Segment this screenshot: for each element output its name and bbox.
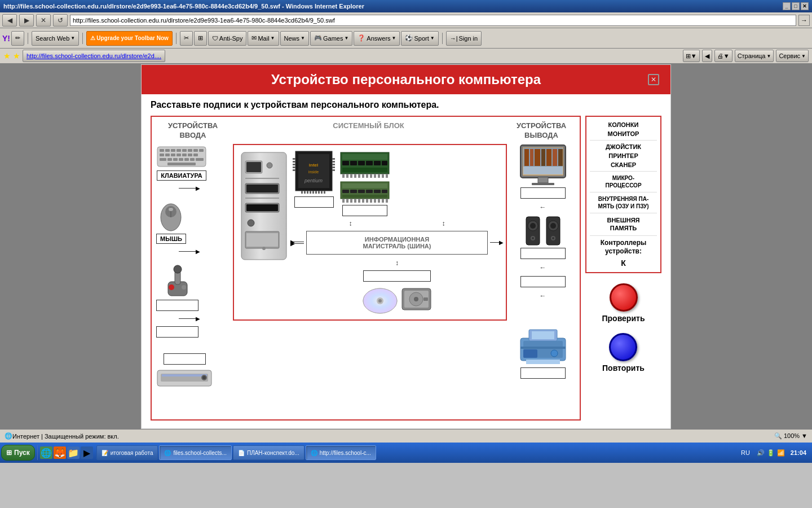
ie-icon[interactable]: 🌐	[40, 446, 52, 459]
input-empty-label-1[interactable]	[156, 326, 198, 338]
upgrade-button[interactable]: ⚠ Upgrade your Toolbar Now	[86, 31, 173, 46]
svg-rect-135	[546, 149, 551, 166]
print-btn[interactable]: 🖨▼	[714, 50, 732, 62]
mail-button[interactable]: ✉ Mail ▼	[248, 31, 279, 46]
scanner-empty-label[interactable]	[164, 353, 206, 365]
search-web-button[interactable]: Search Web ▼	[32, 31, 79, 46]
output-empty-label-1[interactable]	[520, 276, 566, 287]
ram-empty-label[interactable]	[342, 205, 387, 216]
sport-label: Sport	[414, 35, 429, 42]
taskbar-item-3[interactable]: 📄 ПЛАН-конспект.do...	[233, 445, 304, 460]
svg-rect-59	[293, 164, 295, 165]
sign-in-button[interactable]: →| Sign in	[446, 31, 482, 46]
flash-close-button[interactable]: ✕	[648, 74, 659, 85]
svg-rect-89	[358, 174, 360, 178]
svg-rect-80	[358, 161, 365, 165]
svg-rect-102	[366, 190, 373, 193]
svg-rect-139	[538, 177, 548, 183]
address-input[interactable]	[70, 15, 796, 26]
right-arrows: ▶	[490, 242, 501, 243]
mouse-image	[158, 202, 184, 233]
monitor-device	[518, 144, 568, 199]
taskbar-item-1[interactable]: 📝 итоговая работа	[96, 445, 158, 460]
search-web-label: Search Web	[36, 35, 69, 42]
taskbar-item-4[interactable]: 🌐 http://files.school-c...	[306, 445, 376, 460]
keyboard-label: КЛАВИАТУРА	[157, 170, 206, 181]
minimize-button[interactable]: _	[783, 2, 791, 10]
storage-empty-label[interactable]	[363, 270, 431, 282]
monitor-empty-label[interactable]	[520, 187, 566, 199]
toolbar-icons-btn[interactable]: ⊞▼	[683, 50, 700, 62]
ram-component	[339, 150, 390, 216]
toolbar-pencil[interactable]: ✏	[11, 31, 24, 46]
repeat-button[interactable]	[609, 333, 637, 361]
svg-rect-9	[160, 154, 164, 156]
forward-button[interactable]: ▶	[19, 14, 34, 27]
folder-icon[interactable]: 📁	[67, 446, 80, 459]
news-button[interactable]: News ▼	[280, 31, 309, 46]
toolbar-scissors[interactable]: ✂	[180, 31, 193, 46]
svg-rect-111	[362, 199, 364, 203]
go-button[interactable]: →	[798, 15, 810, 26]
svg-rect-13	[182, 154, 187, 156]
svg-rect-8	[199, 149, 204, 152]
back-button[interactable]: ◀	[2, 14, 17, 27]
speakers-empty-label[interactable]	[520, 248, 566, 259]
refresh-button[interactable]: ↺	[53, 14, 68, 27]
speakers-images	[524, 216, 562, 247]
printer-empty-label[interactable]	[520, 367, 566, 379]
cat-sys-label: СИСТЕМНЫЙ БЛОК	[312, 121, 425, 141]
keyboard-device: КЛАВИАТУРА	[156, 144, 207, 181]
zoom-dropdown[interactable]: ▼	[801, 432, 807, 439]
firefox-icon[interactable]: 🦊	[54, 446, 66, 459]
svg-rect-100	[350, 190, 357, 193]
maximize-button[interactable]: □	[792, 2, 800, 10]
flash-container: Устройство персонального компьютера ✕ Ра…	[141, 64, 671, 429]
svg-rect-17	[167, 158, 172, 161]
output-column: ←	[510, 144, 575, 379]
games-button[interactable]: 🎮 Games ▼	[310, 31, 352, 46]
svg-rect-12	[176, 154, 181, 156]
joystick-empty-label[interactable]	[156, 300, 198, 311]
page-btn[interactable]: Страница ▼	[735, 50, 774, 62]
answers-label: Answers	[367, 35, 390, 42]
svg-rect-94	[378, 174, 380, 178]
fav-link-text: http://files.school-collection.edu.ru/dl…	[27, 52, 161, 59]
start-button[interactable]: ⊞ Пуск	[1, 445, 35, 461]
svg-rect-68	[304, 191, 306, 194]
scanner-device	[156, 353, 213, 388]
service-btn[interactable]: Сервис ▼	[776, 50, 809, 62]
cpu-empty-label[interactable]	[294, 196, 334, 208]
svg-rect-60	[293, 167, 295, 168]
internet-icon: 🌐	[5, 432, 12, 440]
fav-link-school[interactable]: http://files.school-collection.edu.ru/dl…	[23, 50, 165, 62]
svg-rect-42	[245, 178, 279, 179]
check-button[interactable]	[610, 283, 638, 312]
svg-rect-74	[321, 191, 323, 194]
svg-rect-15	[193, 154, 198, 156]
zoom-indicator: 🔍 100% ▼	[774, 432, 807, 440]
svg-point-157	[551, 350, 558, 357]
media-icon[interactable]: ▶	[81, 446, 93, 459]
diagram-inner: КЛАВИАТУРА ▶	[156, 144, 575, 388]
svg-rect-108	[350, 199, 352, 203]
svg-rect-73	[318, 191, 320, 194]
prev-page-btn[interactable]: ◀	[702, 50, 712, 62]
svg-rect-87	[350, 174, 352, 178]
svg-rect-57	[293, 158, 295, 160]
sport-button[interactable]: ⚽ Sport ▼	[401, 31, 438, 46]
taskbar-item-2[interactable]: 🌐 files.school-collects...	[159, 445, 231, 460]
svg-rect-77	[342, 154, 387, 160]
svg-rect-106	[342, 199, 345, 203]
anti-spy-button[interactable]: 🛡 Anti-Spy	[208, 31, 247, 46]
output-arrow-2: ←	[540, 264, 546, 271]
windows-logo-icon: ⊞	[6, 449, 12, 457]
svg-rect-72	[315, 191, 317, 194]
window-title: http://files.school-collection.edu.ru/dl…	[3, 3, 364, 10]
answers-button[interactable]: ❓ Answers ▼	[354, 31, 400, 46]
sys-components: intel inside pentium	[293, 150, 501, 315]
close-button[interactable]: ✕	[801, 2, 809, 10]
stop-button[interactable]: ✕	[36, 14, 51, 27]
toolbar-grid[interactable]: ⊞	[194, 31, 207, 46]
system-block: intel inside pentium	[233, 144, 507, 321]
